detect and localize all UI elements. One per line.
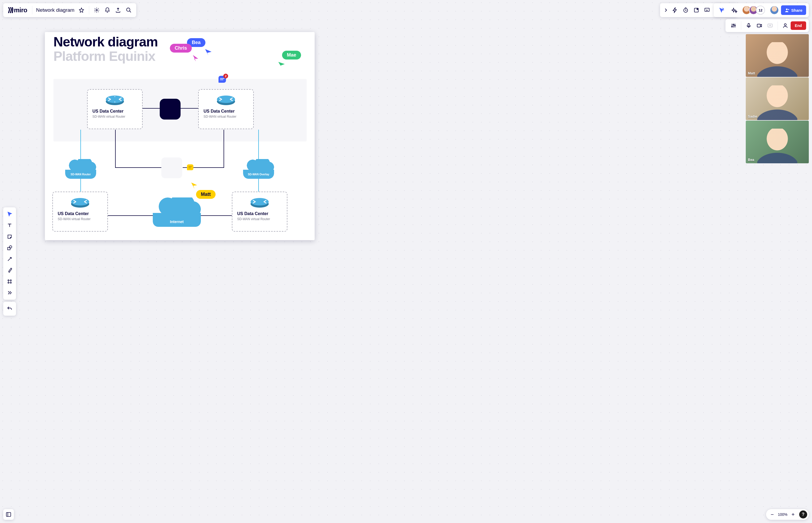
cloud-internet[interactable]: Internet bbox=[153, 197, 201, 227]
placeholder-block[interactable] bbox=[161, 158, 182, 178]
comment-count-badge: 2 bbox=[223, 74, 228, 78]
svg-point-12 bbox=[71, 198, 89, 205]
svg-point-10 bbox=[217, 95, 235, 103]
voting-button[interactable] bbox=[691, 5, 702, 16]
star-button[interactable] bbox=[76, 5, 87, 16]
live-settings-button[interactable] bbox=[728, 20, 739, 31]
svg-point-19 bbox=[96, 10, 98, 11]
node-dc-2[interactable]: US Data Center SD-WAN virtual Router bbox=[198, 89, 254, 129]
search-button[interactable] bbox=[123, 5, 134, 16]
svg-point-32 bbox=[10, 246, 12, 248]
video-name: Sadie bbox=[748, 114, 757, 119]
tool-group-main bbox=[3, 207, 16, 300]
end-call-button[interactable]: End bbox=[791, 21, 806, 30]
shape-tool[interactable] bbox=[4, 242, 15, 253]
cursor-label-matt: Matt bbox=[196, 190, 215, 199]
collapse-button[interactable] bbox=[662, 5, 670, 16]
title-line2: Platform Equinix bbox=[53, 49, 158, 64]
more-tools[interactable] bbox=[4, 287, 15, 298]
pen-icon bbox=[7, 267, 13, 273]
presentation-icon bbox=[704, 7, 710, 13]
live-bar: End bbox=[725, 19, 809, 32]
cursor-label-mae: Mae bbox=[282, 51, 301, 59]
share-button[interactable]: Share bbox=[781, 5, 806, 15]
ballot-icon bbox=[693, 7, 699, 13]
gear-icon bbox=[94, 7, 100, 13]
export-button[interactable] bbox=[113, 5, 123, 16]
person-plus-icon bbox=[785, 8, 790, 13]
video-tile[interactable]: Sadie bbox=[746, 77, 809, 120]
notifications-button[interactable] bbox=[102, 5, 113, 16]
person-icon bbox=[782, 23, 788, 29]
frame-tool[interactable] bbox=[4, 276, 15, 287]
comment-thread[interactable]: 2 bbox=[219, 76, 226, 83]
cursor-arrow-matt bbox=[191, 182, 198, 189]
network-block[interactable] bbox=[160, 99, 180, 120]
miro-logo-icon bbox=[7, 7, 14, 14]
text-tool[interactable] bbox=[4, 220, 15, 231]
pen-tool[interactable] bbox=[4, 265, 15, 276]
node-title: US Data Center bbox=[92, 109, 137, 114]
video-tile[interactable]: Matt bbox=[746, 34, 809, 77]
present-button[interactable] bbox=[702, 5, 712, 16]
svg-point-26 bbox=[786, 8, 788, 10]
video-tile[interactable]: Bea bbox=[746, 121, 809, 163]
line-tool[interactable] bbox=[4, 254, 15, 265]
search-icon bbox=[126, 7, 132, 13]
sticky-tool[interactable] bbox=[4, 231, 15, 242]
cursor-mode-button[interactable] bbox=[716, 5, 727, 16]
topbar-left: miro Network diagram bbox=[3, 3, 136, 17]
video-name: Matt bbox=[748, 71, 755, 75]
sliders-icon bbox=[730, 23, 737, 29]
chevron-double-right-icon bbox=[7, 290, 13, 296]
zoom-level[interactable]: 100% bbox=[777, 512, 789, 517]
node-dc-1[interactable]: US Data Center SD-WAN virtual Router bbox=[87, 89, 143, 129]
left-toolbar bbox=[3, 207, 16, 316]
select-tool[interactable] bbox=[4, 209, 15, 220]
participants-button[interactable] bbox=[780, 20, 791, 31]
screenshare-icon bbox=[767, 23, 773, 29]
help-button[interactable]: ? bbox=[799, 510, 807, 519]
node-subtitle: SD-WAN virtual Router bbox=[92, 115, 137, 119]
sticky-icon bbox=[7, 234, 13, 240]
cursor-arrow-mae bbox=[278, 62, 285, 68]
panel-toggle-button[interactable] bbox=[3, 509, 14, 520]
node-title: US Data Center bbox=[237, 211, 282, 216]
timer-button[interactable] bbox=[680, 5, 691, 16]
avatar-stack[interactable]: 12 bbox=[742, 5, 765, 15]
brand-text: miro bbox=[14, 6, 27, 14]
tool-group-undo bbox=[3, 302, 16, 316]
avatar-self[interactable] bbox=[770, 5, 779, 15]
mic-button[interactable] bbox=[743, 20, 754, 31]
cloud-sdwan-overlay[interactable]: SD-WAN Overlay bbox=[243, 159, 274, 179]
node-subtitle: SD-WAN virtual Router bbox=[58, 217, 103, 221]
sparkle-icon bbox=[731, 7, 738, 13]
arrow-icon bbox=[7, 256, 13, 262]
cursor-icon bbox=[7, 211, 13, 217]
node-dc-4[interactable]: US Data Center SD-WAN virtual Router bbox=[232, 192, 288, 232]
svg-marker-17 bbox=[278, 62, 285, 68]
zoom-out-button[interactable]: − bbox=[768, 510, 777, 519]
quick-action-button[interactable] bbox=[670, 5, 680, 16]
canvas[interactable]: Network diagram Platform Equinix US Data… bbox=[0, 0, 812, 523]
screenshare-button[interactable] bbox=[765, 20, 775, 31]
comment-note[interactable] bbox=[187, 164, 193, 170]
zoom-in-button[interactable]: + bbox=[789, 510, 798, 519]
node-dc-3[interactable]: US Data Center SD-WAN virtual Router bbox=[52, 192, 108, 232]
cursor-multi-icon bbox=[719, 7, 725, 13]
board-name[interactable]: Network diagram bbox=[34, 7, 76, 13]
cloud-sdwan-router[interactable]: SD-WAN Router bbox=[65, 159, 96, 179]
brand-logo[interactable]: miro bbox=[5, 6, 30, 14]
svg-point-23 bbox=[697, 9, 698, 10]
diagram-title: Network diagram Platform Equinix bbox=[53, 35, 158, 64]
cursor-arrow-chris bbox=[193, 55, 199, 61]
cursor-arrow-bea bbox=[205, 49, 211, 55]
reactions-button[interactable] bbox=[729, 5, 740, 16]
bell-icon bbox=[104, 7, 110, 13]
settings-button[interactable] bbox=[91, 5, 102, 16]
avatar-overflow[interactable]: 12 bbox=[756, 5, 765, 15]
router-icon bbox=[70, 196, 90, 208]
svg-point-30 bbox=[784, 24, 786, 25]
undo-button[interactable] bbox=[4, 303, 15, 314]
camera-button[interactable] bbox=[754, 20, 765, 31]
